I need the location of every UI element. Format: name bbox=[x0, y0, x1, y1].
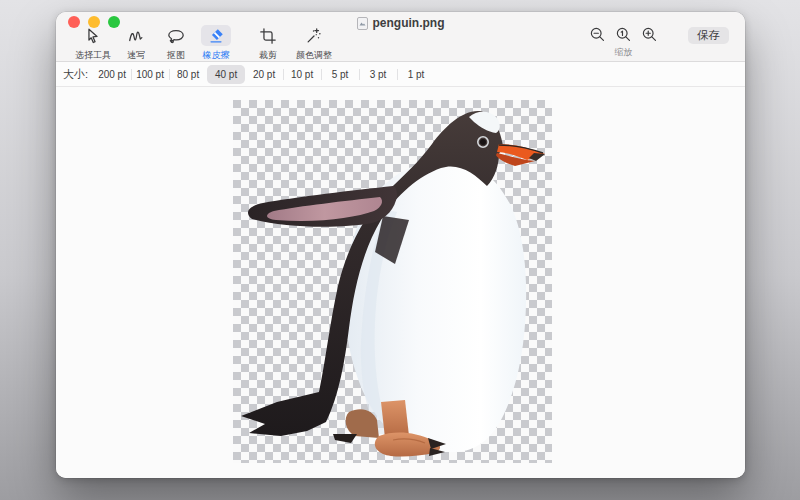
zoom-label: 缩放 bbox=[615, 46, 633, 59]
size-option-80pt[interactable]: 80 pt bbox=[169, 65, 207, 84]
crop-icon bbox=[253, 25, 283, 46]
tool-label: 抠图 bbox=[167, 49, 185, 62]
size-segmented-control: 200 pt 100 pt 80 pt 40 pt 20 pt 10 pt 5 … bbox=[93, 65, 435, 84]
zoom-group: 缩放 bbox=[589, 26, 658, 59]
editor-content bbox=[56, 100, 745, 478]
size-label: 大小: bbox=[63, 67, 88, 82]
tool-label: 速写 bbox=[127, 49, 145, 62]
zoom-in-button[interactable] bbox=[641, 26, 658, 43]
tool-cutout[interactable]: 抠图 bbox=[156, 25, 196, 62]
size-option-200pt[interactable]: 200 pt bbox=[93, 65, 131, 84]
tool-crop[interactable]: 裁剪 bbox=[248, 25, 288, 62]
window-title: penguin.png bbox=[373, 16, 445, 30]
save-button[interactable]: 保存 bbox=[688, 27, 729, 44]
size-option-5pt[interactable]: 5 pt bbox=[321, 65, 359, 84]
size-option-1pt[interactable]: 1 pt bbox=[397, 65, 435, 84]
size-option-40pt[interactable]: 40 pt bbox=[207, 65, 245, 84]
tool-color-adjust[interactable]: 颜色调整 bbox=[288, 25, 340, 62]
size-option-3pt[interactable]: 3 pt bbox=[359, 65, 397, 84]
tool-label: 选择工具 bbox=[75, 49, 111, 62]
tool-label: 颜色调整 bbox=[296, 49, 332, 62]
size-option-20pt[interactable]: 20 pt bbox=[245, 65, 283, 84]
toolbar-right: 缩放 保存 bbox=[589, 26, 729, 59]
tool-label: 裁剪 bbox=[259, 49, 277, 62]
canvas[interactable] bbox=[233, 100, 552, 463]
tool-sketch[interactable]: 速写 bbox=[116, 25, 156, 62]
document-icon bbox=[357, 17, 368, 30]
eraser-icon bbox=[201, 25, 231, 46]
magic-wand-icon bbox=[299, 25, 329, 46]
penguin-image bbox=[233, 100, 552, 463]
cursor-icon bbox=[78, 25, 108, 46]
tool-select[interactable]: 选择工具 bbox=[70, 25, 116, 62]
tool-label: 橡皮擦 bbox=[203, 49, 230, 62]
zoom-out-button[interactable] bbox=[589, 26, 606, 43]
app-window: penguin.png 选择工具 速写 bbox=[56, 12, 745, 478]
tool-group: 选择工具 速写 抠图 bbox=[70, 25, 340, 62]
size-bar: 大小: 200 pt 100 pt 80 pt 40 pt 20 pt 10 p… bbox=[56, 62, 745, 87]
scribble-icon bbox=[121, 25, 151, 46]
desktop: penguin.png 选择工具 速写 bbox=[0, 0, 800, 500]
size-option-10pt[interactable]: 10 pt bbox=[283, 65, 321, 84]
size-option-100pt[interactable]: 100 pt bbox=[131, 65, 169, 84]
titlebar-toolbar: penguin.png 选择工具 速写 bbox=[56, 12, 745, 62]
zoom-actual-size-button[interactable] bbox=[615, 26, 632, 43]
tool-eraser[interactable]: 橡皮擦 bbox=[196, 25, 236, 62]
lasso-icon bbox=[161, 25, 191, 46]
